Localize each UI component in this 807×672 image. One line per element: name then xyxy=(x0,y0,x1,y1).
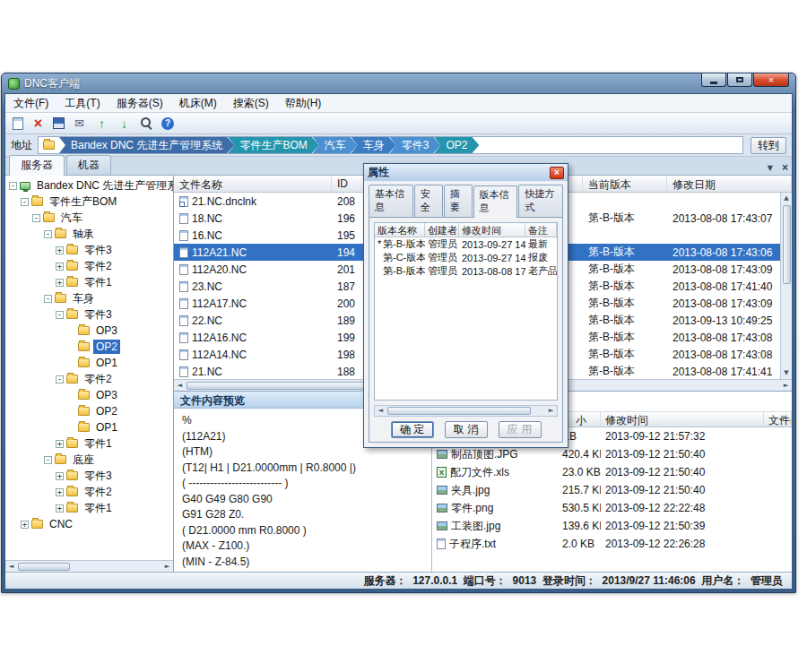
breadcrumb-item[interactable]: 车身 xyxy=(351,137,396,153)
expander-icon[interactable]: - xyxy=(56,375,64,383)
attachment-row[interactable]: 零件.png 530.5 KB 2013-09-12 22:22:48 xyxy=(432,499,792,517)
expander-icon[interactable]: - xyxy=(44,230,52,238)
column-header-note[interactable]: 备注 xyxy=(525,223,557,237)
tree-item[interactable]: + 零件2 xyxy=(5,484,173,500)
new-file-icon[interactable] xyxy=(13,117,23,130)
expander-icon[interactable]: + xyxy=(56,263,64,271)
tree-item[interactable]: + 零件3 xyxy=(5,242,173,258)
download-icon[interactable] xyxy=(117,116,132,131)
tree-item[interactable]: - 零件3 xyxy=(5,306,173,323)
expander-icon[interactable]: + xyxy=(56,246,64,254)
tree-item[interactable]: - 底座 xyxy=(5,452,173,468)
ok-button[interactable]: 确 定 xyxy=(391,421,434,438)
version-row[interactable]: *第-B-版本 管理员 2013-09-27 14: 最新 xyxy=(375,237,557,251)
tree-item[interactable]: + 零件1 xyxy=(5,500,173,516)
expander-icon[interactable]: - xyxy=(56,311,64,319)
dialog-tab[interactable]: 基本信息 xyxy=(369,185,413,217)
expander-icon[interactable]: + xyxy=(21,521,29,529)
tree-item[interactable]: + 零件3 xyxy=(5,468,173,484)
column-header-extra[interactable]: 文件(& xyxy=(764,412,792,426)
scroll-right-icon[interactable]: ► xyxy=(780,380,792,392)
minimize-button[interactable] xyxy=(701,73,726,87)
tree-item[interactable]: OP3 xyxy=(5,387,173,403)
maximize-button[interactable] xyxy=(727,73,752,87)
expander-icon[interactable]: + xyxy=(56,488,64,496)
menu-item[interactable]: 工具(T) xyxy=(56,94,108,113)
column-header-modified[interactable]: 修改时间 xyxy=(601,412,764,426)
menu-item[interactable]: 文件(F) xyxy=(5,94,56,113)
tree-item[interactable]: OP3 xyxy=(5,323,173,339)
tree-item[interactable]: OP1 xyxy=(5,419,173,435)
tree-item[interactable]: - 轴承 xyxy=(5,226,173,242)
title-bar[interactable]: DNC客户端 × xyxy=(4,73,793,93)
attachment-row[interactable]: 工装图.jpg 139.6 KB 2013-09-12 21:50:39 xyxy=(432,517,792,535)
column-header-version-name[interactable]: 版本名称 xyxy=(375,223,425,237)
tree-item[interactable]: OP1 xyxy=(5,355,173,371)
close-button[interactable]: × xyxy=(753,73,789,87)
breadcrumb-item[interactable]: Bandex DNC 先进生产管理系统 xyxy=(59,137,234,153)
scroll-right-icon[interactable]: ► xyxy=(161,561,173,573)
version-row[interactable]: 第-C-版本 管理员 2013-09-27 14: 报废 xyxy=(375,251,557,264)
dialog-tab[interactable]: 安全 xyxy=(414,185,443,217)
tree-horizontal-scrollbar[interactable]: ◄ ► xyxy=(5,560,173,572)
attachment-row[interactable]: 制品顶图.JPG 420.4 KB 2013-09-12 21:50:40 xyxy=(432,445,792,463)
version-row[interactable]: 第-B-版本 管理员 2013-08-08 17: 老产品程序 xyxy=(375,264,557,278)
chevron-down-icon[interactable]: ▼ xyxy=(768,164,773,172)
dialog-tab[interactable]: 摘要 xyxy=(444,185,473,217)
scroll-thumb[interactable] xyxy=(783,205,791,284)
mail-icon[interactable] xyxy=(72,116,87,131)
scroll-thumb[interactable] xyxy=(387,407,531,415)
tree-item[interactable]: - 零件生产BOM xyxy=(5,194,173,210)
expander-icon[interactable]: + xyxy=(56,472,64,480)
tree-item[interactable]: + 零件1 xyxy=(5,435,173,452)
tree-item[interactable]: - 车身 xyxy=(5,290,173,306)
attachment-row[interactable]: 配刀文件.xls 23.0 KB 2013-09-12 21:50:40 xyxy=(432,463,792,481)
dialog-tab[interactable]: 快捷方式 xyxy=(518,185,563,217)
scroll-up-icon[interactable]: ▲ xyxy=(781,193,793,204)
dialog-tab[interactable]: 版本信息 xyxy=(473,185,518,218)
expander-icon[interactable]: - xyxy=(9,182,17,190)
column-header-date[interactable]: 修改日期 xyxy=(667,176,792,192)
column-header-name[interactable]: 文件名称 xyxy=(174,176,332,192)
expander-icon[interactable]: - xyxy=(44,295,52,303)
scroll-left-icon[interactable]: ◄ xyxy=(5,561,17,573)
menu-item[interactable]: 帮助(H) xyxy=(277,94,330,113)
menu-item[interactable]: 机床(M) xyxy=(171,94,225,113)
panel-close-icon[interactable]: × xyxy=(782,163,788,172)
breadcrumb-item[interactable]: 零件3 xyxy=(390,137,441,153)
scroll-thumb[interactable] xyxy=(18,563,70,571)
scroll-left-icon[interactable]: ◄ xyxy=(375,405,386,417)
dialog-horizontal-scrollbar[interactable]: ◄ ► xyxy=(374,405,558,417)
tree-item[interactable]: - 零件2 xyxy=(5,371,173,387)
breadcrumb-item[interactable]: 汽车 xyxy=(313,137,358,153)
attachment-row[interactable]: 夹具.jpg 215.7 KB 2013-09-12 21:50:40 xyxy=(432,481,792,499)
upload-icon[interactable] xyxy=(94,116,109,131)
search-icon[interactable] xyxy=(139,116,154,131)
file-list-vertical-scrollbar[interactable]: ▲ ▼ xyxy=(780,193,792,379)
expander-icon[interactable]: + xyxy=(56,279,64,287)
expander-icon[interactable]: - xyxy=(21,198,29,206)
save-icon[interactable] xyxy=(53,117,65,129)
menu-item[interactable]: 搜索(S) xyxy=(225,94,277,113)
menu-item[interactable]: 服务器(S) xyxy=(108,94,171,113)
tree-item[interactable]: - 汽车 xyxy=(5,210,173,226)
column-header-version[interactable]: 当前版本 xyxy=(583,176,667,192)
address-field[interactable]: Bandex DNC 先进生产管理系统 零件生产BOM 汽车 车身 零件3 OP… xyxy=(38,136,743,154)
tree-item[interactable]: + CNC xyxy=(5,516,173,532)
apply-button[interactable]: 应 用 xyxy=(499,421,542,438)
tree-item[interactable]: OP2 xyxy=(5,339,173,355)
attachment-row[interactable]: 子程序.txt 2.0 KB 2013-09-12 22:26:28 xyxy=(432,535,792,553)
delete-icon[interactable] xyxy=(30,116,46,131)
dialog-close-button[interactable]: × xyxy=(550,167,564,179)
tree-item[interactable]: + 零件1 xyxy=(5,274,173,290)
breadcrumb-item[interactable]: OP2 xyxy=(434,137,479,153)
tree-item[interactable]: OP2 xyxy=(5,403,173,419)
tree-item[interactable]: - Bandex DNC 先进生产管理系统 xyxy=(5,177,173,194)
tree-item[interactable]: + 零件2 xyxy=(5,258,173,274)
tab-machine[interactable]: 机器 xyxy=(66,155,111,175)
scroll-right-icon[interactable]: ► xyxy=(545,405,557,417)
scroll-left-icon[interactable]: ◄ xyxy=(174,380,186,392)
expander-icon[interactable]: - xyxy=(32,214,40,222)
expander-icon[interactable]: + xyxy=(56,440,64,448)
scroll-down-icon[interactable]: ▼ xyxy=(781,367,793,379)
